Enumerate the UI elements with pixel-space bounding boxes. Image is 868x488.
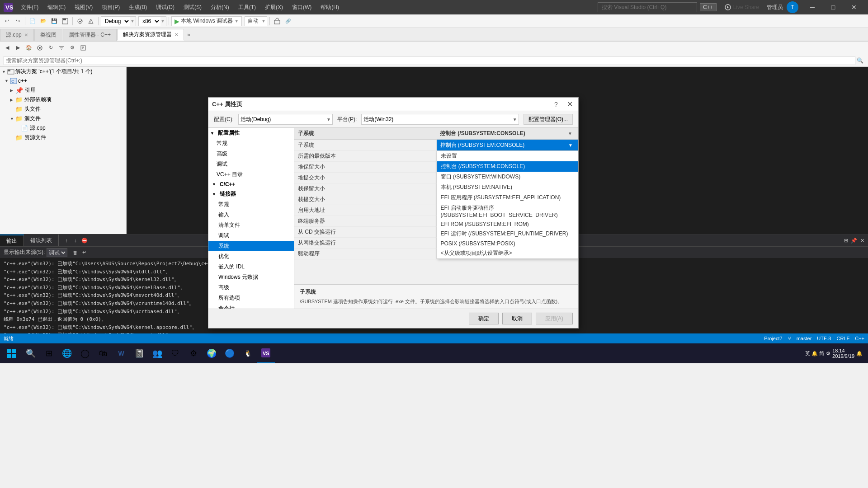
tree-cpp[interactable]: ▼ C/C++ [208,180,294,189]
tree-solution[interactable]: 解决方案 'c++'(1 个项目/共 1 个) [0,67,126,76]
expand-ext-deps[interactable] [10,98,14,102]
se-collapse[interactable] [57,43,66,52]
source-ctrl-1[interactable] [75,16,85,26]
taskbar-onenote[interactable]: 📓 [130,343,148,363]
new-file-btn[interactable]: 📄 [28,16,38,26]
tree-linker-idl[interactable]: 嵌入的 IDL [208,262,294,272]
user-avatar[interactable]: T [787,1,798,13]
tree-linker[interactable]: ▼ 链接器 [208,189,294,199]
taskbar-search[interactable]: 🔍 [22,343,40,363]
taskbar-chrome[interactable]: 🔵 [221,343,239,363]
tree-resources[interactable]: 📁 资源文件 [0,133,126,142]
menu-help[interactable]: 帮助(H) [316,2,344,13]
dialog-help-button[interactable]: ? [551,99,561,109]
cpp-button[interactable]: C++ [700,3,717,11]
taskbar-browser[interactable]: 🌍 [203,343,221,363]
tab-source-close[interactable]: ✕ [24,33,28,38]
output-move-down[interactable]: ↓ [71,236,80,244]
output-move-up[interactable]: ↑ [62,236,71,244]
prop-row-subsystem[interactable]: 子系统 控制台 (/SUBSYSTEM:CONSOLE) ▼ 未设置 控制台 (… [294,140,578,151]
dialog-close-button[interactable]: ✕ [565,99,575,109]
output-clear[interactable]: 🗑 [71,249,79,257]
tree-linker-winmeta[interactable]: Windows 元数据 [208,272,294,282]
se-open-editor[interactable] [79,43,88,52]
taskbar-taskview[interactable]: ⊞ [40,343,58,363]
taskbar-cortana[interactable]: ◯ [76,343,94,363]
output-close[interactable]: ✕ [858,236,866,244]
menu-debug[interactable]: 调试(D) [151,2,179,13]
minimize-button[interactable]: ─ [802,0,823,14]
menu-analyze[interactable]: 分析(N) [206,2,234,13]
output-dock[interactable]: ⊞ [842,236,850,244]
output-source-select[interactable]: 调试 [47,248,67,257]
run-dropdown-arrow[interactable]: ▼ [234,19,239,23]
cancel-button[interactable]: 取消 [502,313,532,324]
tree-source-file[interactable]: 📄 源.cpp [0,123,126,133]
tree-general[interactable]: 常规 [208,138,294,149]
tree-advanced[interactable]: 高级 [208,149,294,159]
debug-config-select[interactable]: Debug [101,17,130,26]
platform-select[interactable]: x86 [139,17,160,26]
se-props[interactable]: ⚙ [68,43,77,52]
menu-window[interactable]: 窗口(W) [288,2,316,13]
se-refresh[interactable]: ↻ [46,43,55,52]
prop-value-subsystem[interactable]: 控制台 (/SUBSYSTEM:CONSOLE) ▼ 未设置 控制台 (/SUB… [437,140,579,150]
tree-linker-cmdline[interactable]: 命令行 [208,303,294,309]
menu-extensions[interactable]: 扩展(X) [260,2,288,13]
tab-class-view[interactable]: 类视图 [34,29,62,41]
taskbar-vs-active[interactable]: VS [257,343,275,363]
tree-debug[interactable]: 调试 [208,159,294,169]
expand-solution[interactable] [2,70,6,74]
dropdown-item-2[interactable]: 窗口 (/SUBSYSTEM:WINDOWS) [437,172,578,182]
attach-btn[interactable]: 🔗 [283,16,293,26]
save-btn[interactable]: 💾 [49,16,59,26]
save-all-btn[interactable] [60,16,70,26]
start-button[interactable] [2,343,22,363]
tree-linker-system[interactable]: 系统 [208,241,294,251]
run-button[interactable]: ▶ 本地 Windows 调试器 ▼ [171,16,242,26]
debug-tools[interactable] [272,16,282,26]
output-tab[interactable]: 输出 [0,235,24,246]
se-show-all[interactable] [35,43,44,52]
apply-button[interactable]: 应用(A) [536,313,573,324]
redo-btn[interactable]: ↪ [13,16,23,26]
menu-test[interactable]: 测试(S) [179,2,206,13]
tree-linker-adv[interactable]: 高级 [208,282,294,293]
solution-search-input[interactable] [4,56,855,65]
taskbar-teams[interactable]: 👥 [148,343,166,363]
taskbar-steam[interactable]: ⚙ [184,343,203,363]
undo-btn[interactable]: ↩ [2,16,12,26]
config-select[interactable]: 活动(Debug) [238,114,333,125]
output-wrap[interactable]: ↵ [80,249,88,257]
tree-linker-optimize[interactable]: 优化 [208,251,294,262]
taskbar-word[interactable]: W [112,343,130,363]
dropdown-item-7[interactable]: EFI 运行时 (/SUBSYSTEM:EFI_RUNTIME_DRIVER) [437,229,578,239]
tree-config-props[interactable]: ▼ 配置属性 [208,128,294,138]
dropdown-item-8[interactable]: POSIX (/SUBSYSTEM:POSIX) [437,239,578,248]
dropdown-item-6[interactable]: EFI ROM (/SUBSYSTEM:EFI_ROM) [437,220,578,229]
tree-ext-deps[interactable]: 📁 外部依赖项 [0,95,126,104]
dropdown-item-5[interactable]: EFI 启动服务驱动程序 (/SUBSYSTEM:EFI_BOOT_SERVIC… [437,203,578,220]
expand-project[interactable] [5,79,9,83]
taskbar-kaspersky[interactable]: 🛡 [166,343,184,363]
tree-linker-debug[interactable]: 调试 [208,230,294,241]
error-list-tab[interactable]: 错误列表 [24,235,59,246]
expand-ref[interactable] [10,88,14,93]
menu-tools[interactable]: 工具(T) [234,2,260,13]
tree-linker-input[interactable]: 输入 [208,210,294,220]
close-button[interactable]: ✕ [844,0,864,14]
auto-select[interactable]: 自动 ▼ [245,16,267,26]
tree-ref[interactable]: 📌 引用 [0,85,126,95]
tab-property-manager[interactable]: 属性管理器 - C++ [63,29,117,41]
source-ctrl-2[interactable]: ! [86,16,96,26]
se-nav-back[interactable]: ◀ [3,43,12,52]
dropdown-item-4[interactable]: EFI 应用程序 (/SUBSYSTEM:EFI_APPLICATION) [437,192,578,203]
output-stop[interactable]: ⛔ [80,236,89,244]
tab-source-cpp[interactable]: 源.cpp ✕ [0,29,34,41]
tree-headers[interactable]: 📁 头文件 [0,104,126,114]
menu-file[interactable]: 文件(F) [16,2,43,13]
config-mgr-button[interactable]: 配置管理器(O)... [524,114,573,125]
dropdown-item-1[interactable]: 控制台 (/SUBSYSTEM:CONSOLE) [437,161,578,172]
taskbar-store[interactable]: 🛍 [94,343,112,363]
tree-vc-dir[interactable]: VC++ 目录 [208,169,294,180]
